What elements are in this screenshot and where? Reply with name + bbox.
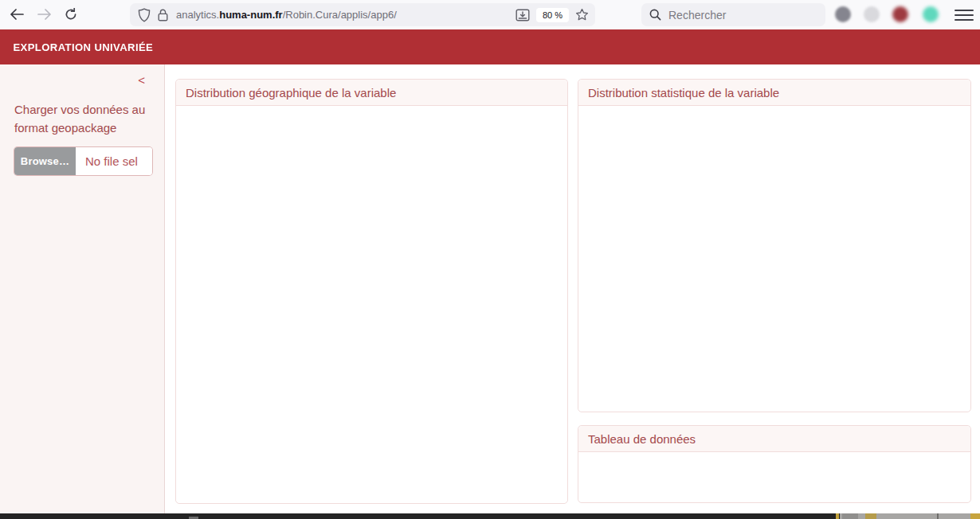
extension-icon-4[interactable] xyxy=(923,6,939,22)
forward-arrow-icon xyxy=(37,9,52,20)
reload-icon xyxy=(65,8,77,21)
search-input[interactable] xyxy=(668,9,804,21)
reload-button[interactable] xyxy=(59,2,83,27)
menu-icon[interactable] xyxy=(955,6,974,25)
panel-header: Distribution géographique de la variable xyxy=(176,80,567,106)
panel-title: Tableau de données xyxy=(588,432,696,446)
browse-button[interactable]: Browse… xyxy=(14,147,76,175)
sidebar: < Charger vos données au format geopacka… xyxy=(0,64,165,513)
url-text: analytics.huma-num.fr/Robin.Cura/applis/… xyxy=(176,9,397,21)
url-domain: huma-num.fr xyxy=(219,9,282,21)
app-body: < Charger vos données au format geopacka… xyxy=(0,64,980,513)
panel-geographic-distribution: Distribution géographique de la variable xyxy=(175,79,568,504)
panel-header: Distribution statistique de la variable xyxy=(578,80,970,106)
search-bar[interactable] xyxy=(641,3,825,26)
panel-title: Distribution statistique de la variable xyxy=(588,86,779,100)
search-icon xyxy=(649,9,661,21)
panel-title: Distribution géographique de la variable xyxy=(186,86,396,100)
bookmark-star-icon[interactable] xyxy=(575,8,589,21)
data-table-area xyxy=(578,452,970,502)
file-input[interactable]: Browse… No file sel xyxy=(14,147,152,175)
extension-icon-3[interactable] xyxy=(892,6,908,22)
url-path: /Robin.Cura/applis/app6/ xyxy=(283,9,397,21)
forward-button[interactable] xyxy=(33,2,57,27)
extension-icon-1[interactable] xyxy=(835,6,851,22)
url-bar[interactable]: analytics.huma-num.fr/Robin.Cura/applis/… xyxy=(130,3,595,26)
upload-label: Charger vos données au format geopackage xyxy=(14,100,151,137)
panel-statistical-distribution: Distribution statistique de la variable xyxy=(578,79,971,412)
file-selected-value: No file sel xyxy=(76,147,152,175)
taskbar-sliver xyxy=(0,513,980,519)
browser-window: analytics.huma-num.fr/Robin.Cura/applis/… xyxy=(0,0,980,519)
panel-header: Tableau de données xyxy=(578,426,970,452)
main-content: Distribution géographique de la variable… xyxy=(165,64,980,513)
geographic-plot-area xyxy=(176,106,567,503)
app-title: EXPLORATION UNIVARIÉE xyxy=(0,41,153,53)
app-header: EXPLORATION UNIVARIÉE xyxy=(0,29,980,64)
back-arrow-icon xyxy=(10,9,24,20)
back-button[interactable] xyxy=(5,2,29,27)
panel-data-table: Tableau de données xyxy=(578,425,971,503)
shield-icon[interactable] xyxy=(138,8,151,22)
sidebar-collapse-icon[interactable]: < xyxy=(138,74,145,86)
browser-toolbar: analytics.huma-num.fr/Robin.Cura/applis/… xyxy=(0,0,980,29)
zoom-level-badge[interactable]: 80 % xyxy=(536,8,569,22)
save-page-icon[interactable] xyxy=(515,9,530,21)
url-prefix: analytics. xyxy=(176,9,219,21)
extension-icon-2[interactable] xyxy=(864,6,880,22)
lock-icon[interactable] xyxy=(158,9,168,21)
statistical-plot-area xyxy=(578,106,970,412)
